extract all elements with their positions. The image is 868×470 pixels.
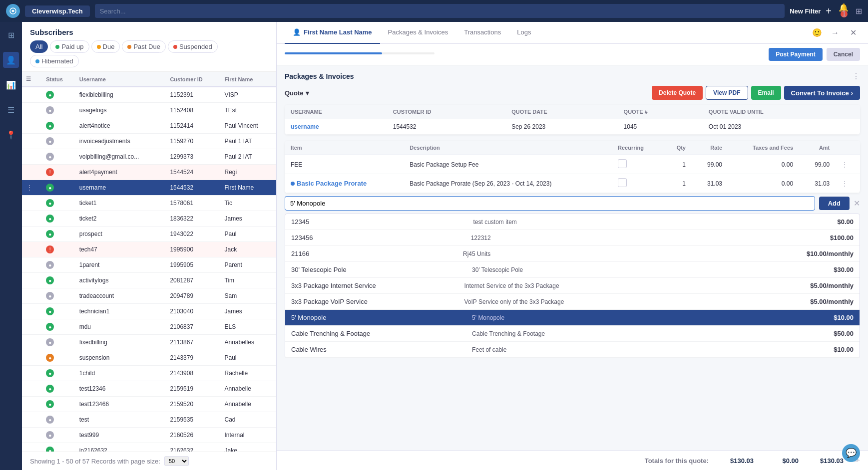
arrow-right-btn[interactable]: → bbox=[828, 26, 842, 40]
table-row[interactable]: ● alert4notice 1152414 Paul Vincent bbox=[22, 118, 276, 134]
filter-tab-hibernated[interactable]: Hibernated bbox=[30, 55, 79, 67]
table-row[interactable]: ● test123466 2159520 Annabelle bbox=[22, 397, 276, 412]
filter-tab-past-due[interactable]: Past Due bbox=[122, 40, 165, 53]
row-username[interactable]: technician1 bbox=[75, 304, 166, 319]
smiley-icon-btn[interactable]: 🙂 bbox=[810, 26, 824, 40]
table-row[interactable]: ● 1parent 1995905 Parent bbox=[22, 257, 276, 273]
brand-label[interactable]: Cleverwisp.Tech bbox=[25, 5, 90, 17]
view-pdf-button[interactable]: View PDF bbox=[706, 86, 748, 100]
quote-dropdown-btn[interactable]: Quote ▾ bbox=[285, 89, 309, 97]
tab-transactions[interactable]: Transactions bbox=[456, 22, 509, 44]
table-row[interactable]: ● invoiceadjustments 1159270 Paul 1 IAT bbox=[22, 134, 276, 149]
table-row[interactable]: ● test999 2160526 Internal bbox=[22, 428, 276, 443]
filter-tab-paid-up[interactable]: Paid up bbox=[50, 40, 89, 53]
row-username[interactable]: username bbox=[75, 180, 166, 196]
table-row[interactable]: ● prospect 1943022 Paul bbox=[22, 227, 276, 242]
dropdown-item-cable-trenching[interactable]: Cable Trenching & Footage Cable Trenchin… bbox=[285, 326, 860, 342]
table-row[interactable]: ! tech47 1995900 Jack bbox=[22, 242, 276, 257]
sidebar-icon-list[interactable]: ☰ bbox=[3, 102, 19, 118]
row-username[interactable]: voipbilling@gmail.co... bbox=[75, 149, 166, 165]
search-input[interactable] bbox=[100, 7, 780, 15]
table-row[interactable]: ● fixedbilling 2113867 Annabelles bbox=[22, 335, 276, 350]
table-row[interactable]: ● 1child 2143908 Rachelle bbox=[22, 366, 276, 381]
dropdown-item-3x3-voip[interactable]: 3x3 Package VoIP Service VoIP Service on… bbox=[285, 294, 860, 310]
table-row[interactable]: ● activitylogs 2081287 Tim bbox=[22, 273, 276, 288]
dropdown-item-123456[interactable]: 123456 122312 $100.00 bbox=[285, 230, 860, 246]
dropdown-item-cable-wires[interactable]: Cable Wires Feet of cable $10.00 bbox=[285, 342, 860, 358]
basic-package-prorate-link[interactable]: Basic Package Prorate bbox=[291, 180, 398, 187]
logo[interactable] bbox=[6, 4, 20, 18]
row-username[interactable]: invoiceadjustments bbox=[75, 134, 166, 149]
row-username[interactable]: ticket1 bbox=[75, 196, 166, 211]
table-row[interactable]: ● usagelogs 1152408 TEst bbox=[22, 103, 276, 118]
add-item-input[interactable] bbox=[285, 196, 815, 211]
cancel-button[interactable]: Cancel bbox=[827, 48, 860, 61]
post-payment-button[interactable]: Post Payment bbox=[769, 48, 822, 61]
filter-tab-due[interactable]: Due bbox=[91, 40, 120, 53]
item-prorate-menu[interactable]: ⋮ bbox=[836, 174, 860, 193]
sidebar-icon-chart[interactable]: 📊 bbox=[3, 77, 19, 93]
row-username[interactable]: alert4payment bbox=[75, 165, 166, 180]
page-size-select[interactable]: 50 25 100 bbox=[164, 456, 189, 466]
row-username[interactable]: mdu bbox=[75, 319, 166, 335]
table-row[interactable]: ● flexiblebilling 1152391 VISP bbox=[22, 87, 276, 103]
table-row[interactable]: ● ticket2 1836322 James bbox=[22, 211, 276, 227]
convert-to-invoice-button[interactable]: Convert To Invoice › bbox=[784, 86, 860, 100]
tab-logs[interactable]: Logs bbox=[509, 22, 539, 44]
row-username[interactable]: tradeaccount bbox=[75, 288, 166, 304]
notification-icon[interactable]: 🔔 1 bbox=[839, 3, 849, 19]
row-username[interactable]: fixedbilling bbox=[75, 335, 166, 350]
prorate-checkbox[interactable] bbox=[618, 178, 627, 187]
row-username[interactable]: test12346 bbox=[75, 381, 166, 397]
fee-checkbox[interactable] bbox=[618, 159, 627, 168]
add-item-button[interactable]: Add bbox=[819, 197, 850, 210]
qt-username[interactable]: username bbox=[285, 119, 387, 135]
row-username[interactable]: ticket2 bbox=[75, 211, 166, 227]
delete-quote-button[interactable]: Delete Quote bbox=[652, 86, 703, 100]
table-row[interactable]: ● tradeaccount 2094789 Sam bbox=[22, 288, 276, 304]
filter-tab-all[interactable]: All bbox=[30, 40, 48, 53]
dropdown-item-3x3-internet[interactable]: 3x3 Package Internet Service Internet Se… bbox=[285, 278, 860, 294]
tab-name[interactable]: 👤 First Name Last Name bbox=[285, 22, 380, 44]
row-username[interactable]: activitylogs bbox=[75, 273, 166, 288]
row-username[interactable]: flexiblebilling bbox=[75, 87, 166, 103]
email-button[interactable]: Email bbox=[751, 86, 781, 100]
table-row[interactable]: ● jp2162632 2162632 Jake bbox=[22, 443, 276, 452]
table-row[interactable]: ● voipbilling@gmail.co... 1299373 Paul 2… bbox=[22, 149, 276, 165]
row-username[interactable]: tech47 bbox=[75, 242, 166, 257]
dropdown-item-12345[interactable]: 12345 test custom item $0.00 bbox=[285, 214, 860, 230]
row-username[interactable]: jp2162632 bbox=[75, 443, 166, 452]
row-username[interactable]: prospect bbox=[75, 227, 166, 242]
row-username[interactable]: test999 bbox=[75, 428, 166, 443]
dropdown-item-telescopic-pole[interactable]: 30' Telescopic Pole 30' Telescopic Pole … bbox=[285, 262, 860, 278]
table-row[interactable]: ● technician1 2103040 James bbox=[22, 304, 276, 319]
filter-tab-suspended[interactable]: Suspended bbox=[168, 40, 218, 53]
table-row[interactable]: ● test12346 2159519 Annabelle bbox=[22, 381, 276, 397]
section-menu-icon[interactable]: ⋮ bbox=[852, 71, 860, 81]
item-fee-menu[interactable]: ⋮ bbox=[836, 155, 860, 174]
sidebar-icon-map[interactable]: 📍 bbox=[3, 127, 19, 143]
table-row[interactable]: ! alert4payment 1544524 Regi bbox=[22, 165, 276, 180]
sidebar-icon-dashboard[interactable]: ⊞ bbox=[3, 27, 19, 43]
row-username[interactable]: suspension bbox=[75, 350, 166, 366]
grid-icon[interactable]: ⊞ bbox=[856, 6, 862, 16]
row-username[interactable]: 1parent bbox=[75, 257, 166, 273]
dropdown-item-21166[interactable]: 21166 Rj45 Units $10.00/monthly bbox=[285, 246, 860, 262]
tab-packages[interactable]: Packages & Invoices bbox=[380, 22, 456, 44]
row-menu-icon[interactable]: ⋮ bbox=[26, 184, 33, 192]
table-row[interactable]: ● mdu 2106837 ELS bbox=[22, 319, 276, 335]
new-filter-button[interactable]: New Filter bbox=[790, 7, 821, 15]
chat-float-button[interactable]: 💬 bbox=[842, 444, 860, 462]
close-add-icon[interactable]: ✕ bbox=[854, 199, 860, 208]
close-detail-btn[interactable]: ✕ bbox=[846, 26, 860, 40]
row-username[interactable]: 1child bbox=[75, 366, 166, 381]
row-username[interactable]: test bbox=[75, 412, 166, 428]
sidebar-icon-users[interactable]: 👤 bbox=[3, 52, 19, 68]
table-row[interactable]: ● suspension 2143379 Paul bbox=[22, 350, 276, 366]
table-row[interactable]: ● test 2159535 Cad bbox=[22, 412, 276, 428]
table-row[interactable]: ⋮ ● username 1544532 First Name bbox=[22, 180, 276, 196]
row-username[interactable]: usagelogs bbox=[75, 103, 166, 118]
row-username[interactable]: test123466 bbox=[75, 397, 166, 412]
table-row[interactable]: ● ticket1 1578061 Tic bbox=[22, 196, 276, 211]
dropdown-item-5-monopole[interactable]: 5' Monopole 5' Monopole $10.00 bbox=[285, 310, 860, 326]
